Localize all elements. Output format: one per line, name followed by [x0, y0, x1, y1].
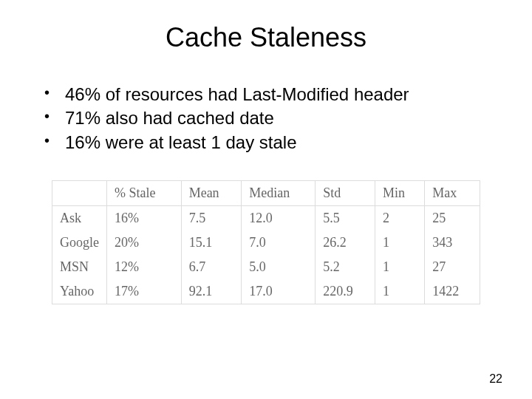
table-cell: 25	[425, 206, 480, 231]
table-cell: 343	[425, 231, 480, 255]
stats-table: % Stale Mean Median Std Min Max Ask 16% …	[52, 180, 480, 304]
table-row: Yahoo 17% 92.1 17.0 220.9 1 1422	[52, 279, 480, 304]
page-number: 22	[489, 372, 502, 386]
bullet-item: 71% also had cached date	[44, 106, 502, 130]
table-cell: 1	[375, 231, 425, 255]
table-header-cell: Max	[425, 181, 480, 206]
bullet-item: 16% were at least 1 day stale	[44, 131, 502, 154]
table-row: MSN 12% 6.7 5.0 5.2 1 27	[52, 255, 480, 279]
table-cell: 1	[375, 255, 425, 279]
table-cell: 1	[375, 279, 425, 304]
table-cell: 6.7	[181, 255, 242, 279]
table-cell: 17.0	[242, 279, 316, 304]
table-cell: 12%	[107, 255, 182, 279]
table-cell: 5.5	[316, 206, 375, 231]
bullet-list: 46% of resources had Last-Modified heade…	[30, 83, 502, 154]
table-cell: 5.2	[316, 255, 375, 279]
table-cell-label: Google	[52, 231, 107, 255]
table-cell: 27	[425, 255, 480, 279]
table-cell: 20%	[107, 231, 182, 255]
table-cell: 16%	[107, 206, 182, 231]
table-cell: 12.0	[242, 206, 316, 231]
table-header-cell: Median	[242, 181, 316, 206]
table-header-cell: Mean	[181, 181, 242, 206]
table-header-cell: Std	[316, 181, 375, 206]
table-cell: 1422	[425, 279, 480, 304]
table-cell: 17%	[107, 279, 182, 304]
table-row: Google 20% 15.1 7.0 26.2 1 343	[52, 231, 480, 255]
table-header-cell: % Stale	[107, 181, 182, 206]
table-cell: 92.1	[181, 279, 242, 304]
table-header-cell	[52, 181, 107, 206]
page-title: Cache Staleness	[30, 22, 502, 53]
table-cell: 5.0	[242, 255, 316, 279]
table-cell: 220.9	[316, 279, 375, 304]
table-header-row: % Stale Mean Median Std Min Max	[52, 181, 480, 206]
table-cell: 2	[375, 206, 425, 231]
table-cell-label: MSN	[52, 255, 107, 279]
bullet-item: 46% of resources had Last-Modified heade…	[44, 83, 502, 106]
table-cell: 7.0	[242, 231, 316, 255]
table-header-cell: Min	[375, 181, 425, 206]
table-cell: 7.5	[181, 206, 242, 231]
table-cell-label: Ask	[52, 206, 107, 231]
table-cell: 15.1	[181, 231, 242, 255]
table-cell-label: Yahoo	[52, 279, 107, 304]
table-cell: 26.2	[316, 231, 375, 255]
table-row: Ask 16% 7.5 12.0 5.5 2 25	[52, 206, 480, 231]
